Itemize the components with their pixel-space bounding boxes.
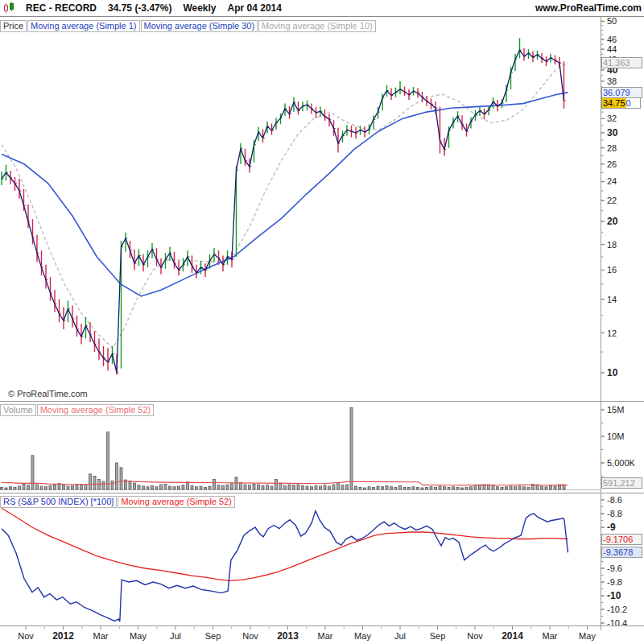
volume-bar: [208, 486, 211, 489]
site-link[interactable]: www.ProRealTime.com: [535, 2, 642, 14]
timeframe-label: Weekly: [183, 2, 216, 14]
volume-bar: [155, 487, 158, 489]
volume-bar: [550, 485, 552, 489]
axis-label: -8.6: [607, 495, 622, 505]
volume-bar: [187, 482, 189, 489]
volume-bar: [102, 481, 105, 489]
axis-label: -10.2: [607, 605, 627, 614]
volume-bar: [27, 485, 30, 489]
axis-label: 22: [607, 196, 617, 205]
volume-bar: [359, 487, 361, 489]
volume-bar: [373, 487, 375, 489]
rs-legend-item-0[interactable]: RS (S&P 500 INDEX) [*100]: [0, 496, 117, 508]
price-legend-item-2[interactable]: Moving average (Simple 30): [141, 20, 258, 32]
axis-label: 15M: [607, 405, 624, 415]
volume-bar: [554, 486, 556, 489]
volume-bar: [40, 486, 43, 489]
volume-bar: [49, 485, 52, 489]
volume-bar: [253, 484, 255, 489]
price-legend-item-1[interactable]: Moving average (Simple 1): [27, 20, 139, 32]
axis-label: -10: [607, 590, 621, 601]
volume-bar: [173, 487, 175, 489]
price-legend-item-3[interactable]: Moving average (Simple 10): [258, 20, 376, 32]
volume-bar: [54, 485, 56, 489]
volume-bar: [501, 487, 503, 489]
time-axis-label: Jul: [170, 631, 181, 641]
volume-bar: [120, 468, 122, 489]
volume-bar: [204, 487, 207, 489]
volume-bar: [506, 487, 508, 489]
volume-bar: [452, 487, 455, 489]
axis-label: 44: [607, 44, 617, 54]
volume-bar: [497, 487, 499, 489]
volume-bar: [435, 487, 437, 489]
volume-bar: [249, 485, 251, 489]
volume-bar: [523, 487, 526, 489]
time-axis-label: May: [579, 631, 596, 641]
rs-value-label: -9.3678: [601, 547, 642, 558]
volume-bar: [191, 485, 193, 489]
axis-label: 28: [607, 143, 617, 153]
volume-bar: [89, 474, 92, 489]
volume-bar: [258, 485, 260, 489]
volume-bar: [527, 487, 530, 489]
axis-label: 46: [607, 35, 617, 44]
axis-label: 24: [607, 176, 617, 186]
time-axis-label: Jul: [394, 631, 406, 641]
volume-bar: [129, 481, 131, 489]
axis-label: -9.6: [607, 564, 622, 573]
volume-bar: [341, 485, 344, 489]
volume-bar: [346, 485, 349, 489]
volume-bar: [222, 485, 225, 489]
volume-bar: [311, 487, 313, 489]
volume-bar: [456, 487, 459, 489]
time-axis[interactable]: Nov2012MarMayJulSepNov2013MarMayJulSepNo…: [0, 625, 644, 644]
volume-bar: [213, 479, 216, 489]
volume-bar: [138, 485, 140, 489]
volume-bar: [421, 488, 423, 489]
rs-chart-canvas[interactable]: -8.6-8.8-9-9.2-9.4-9.6-9.8-10-10.2-10.4: [0, 493, 644, 625]
volume-bar: [377, 486, 379, 489]
axis-label: 20: [607, 216, 618, 227]
price-legend-item-0[interactable]: Price: [0, 20, 27, 32]
volume-bar: [36, 485, 39, 489]
axis-label: 30: [607, 127, 618, 138]
volume-bar: [470, 487, 473, 489]
axis-label: -8.8: [607, 509, 622, 518]
price-legend: PriceMoving average (Simple 1)Moving ave…: [0, 18, 377, 32]
volume-bar: [10, 487, 12, 489]
volume-bar: [1, 487, 3, 489]
volume-bar: [76, 485, 78, 489]
time-axis-label: Nov: [467, 631, 483, 641]
volume-bar: [461, 488, 464, 489]
axis-label: 12: [607, 328, 617, 338]
volume-bar: [279, 483, 282, 489]
volume-bar: [23, 484, 25, 489]
header-bar: REC - RECORD 34.75 (-3.47%) Weekly Apr 0…: [0, 0, 644, 17]
volume-legend-item-0[interactable]: Volume: [0, 404, 36, 416]
volume-bar: [111, 481, 114, 489]
time-axis-label: Mar: [543, 631, 558, 641]
price-chart-canvas[interactable]: 5046444240383634323028262422201816141210: [0, 17, 644, 401]
time-axis-label: Nov: [242, 631, 258, 641]
volume-bar: [399, 485, 402, 489]
rs-legend-item-1[interactable]: Moving average (Simple 52): [118, 496, 235, 508]
volume-bar: [474, 485, 477, 489]
volume-bar: [178, 486, 180, 489]
time-axis-label: May: [130, 631, 147, 641]
volume-bar: [134, 483, 136, 489]
time-axis-label: 2012: [52, 630, 74, 642]
volume-bar: [306, 486, 308, 489]
volume-legend-item-1[interactable]: Moving average (Simple 52): [37, 404, 155, 416]
volume-bar: [45, 487, 47, 489]
axis-label: 18: [607, 240, 617, 250]
volume-bar: [266, 485, 269, 489]
volume-bar: [364, 488, 366, 489]
ma1-value-remnant: 0: [626, 98, 631, 108]
volume-bar: [337, 484, 340, 489]
volume-legend: VolumeMoving average (Simple 52): [0, 402, 155, 416]
volume-bar: [320, 486, 322, 489]
volume-bar: [394, 487, 397, 489]
volume-bar: [231, 484, 233, 489]
volume-bar: [426, 487, 428, 489]
